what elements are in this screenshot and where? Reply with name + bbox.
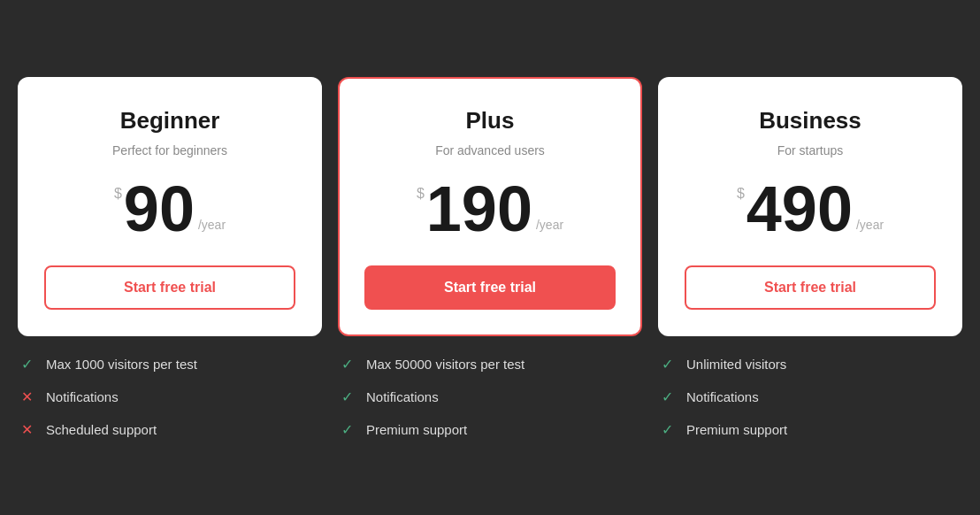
feature-item-business-1: ✓Notifications xyxy=(658,388,962,405)
trial-button-plus[interactable]: Start free trial xyxy=(364,265,616,310)
cross-icon: ✕ xyxy=(18,388,35,405)
feature-item-business-2: ✓Premium support xyxy=(658,421,962,438)
feature-text-business-2: Premium support xyxy=(686,422,787,437)
feature-text-beginner-0: Max 1000 visitors per test xyxy=(46,357,197,372)
feature-item-business-0: ✓Unlimited visitors xyxy=(658,356,962,373)
pricing-container: BeginnerPerfect for beginners$90/yearSta… xyxy=(18,77,962,438)
card-beginner: BeginnerPerfect for beginners$90/yearSta… xyxy=(18,77,322,336)
check-icon: ✓ xyxy=(338,421,356,438)
plan-name-beginner: Beginner xyxy=(120,107,220,135)
price-amount-business: 490 xyxy=(746,177,853,241)
price-amount-plus: 190 xyxy=(426,177,532,241)
check-icon: ✓ xyxy=(658,388,676,405)
price-period-plus: /year xyxy=(536,218,563,232)
check-icon: ✓ xyxy=(658,356,676,373)
plan-name-business: Business xyxy=(759,107,861,135)
price-amount-beginner: 90 xyxy=(124,177,195,241)
price-dollar-plus: $ xyxy=(417,186,425,202)
feature-text-business-0: Unlimited visitors xyxy=(686,357,786,372)
price-container-plus: $190/year xyxy=(417,177,563,241)
features-list-plus: ✓Max 50000 visitors per test✓Notificatio… xyxy=(338,336,642,438)
column-business: BusinessFor startups$490/yearStart free … xyxy=(658,77,962,438)
trial-button-business[interactable]: Start free trial xyxy=(685,265,936,310)
cross-icon: ✕ xyxy=(18,421,35,438)
column-beginner: BeginnerPerfect for beginners$90/yearSta… xyxy=(18,77,322,438)
column-plus: PlusFor advanced users$190/yearStart fre… xyxy=(338,77,642,438)
feature-text-plus-2: Premium support xyxy=(366,422,467,437)
feature-item-plus-1: ✓Notifications xyxy=(338,388,642,405)
price-period-beginner: /year xyxy=(198,218,226,232)
plan-subtitle-plus: For advanced users xyxy=(435,143,545,158)
card-business: BusinessFor startups$490/yearStart free … xyxy=(658,77,962,336)
check-icon: ✓ xyxy=(18,356,35,373)
price-dollar-beginner: $ xyxy=(114,186,122,202)
price-dollar-business: $ xyxy=(737,186,745,202)
plan-name-plus: Plus xyxy=(466,107,515,135)
feature-item-plus-0: ✓Max 50000 visitors per test xyxy=(338,356,642,373)
feature-text-beginner-2: Scheduled support xyxy=(46,422,157,437)
price-container-business: $490/year xyxy=(737,177,884,241)
check-icon: ✓ xyxy=(338,388,356,405)
price-period-business: /year xyxy=(856,218,884,232)
feature-text-beginner-1: Notifications xyxy=(46,389,119,404)
feature-text-business-1: Notifications xyxy=(686,389,759,404)
check-icon: ✓ xyxy=(658,421,676,438)
plan-subtitle-beginner: Perfect for beginners xyxy=(112,143,227,158)
features-list-business: ✓Unlimited visitors✓Notifications✓Premiu… xyxy=(658,336,962,438)
feature-item-beginner-2: ✕Scheduled support xyxy=(18,421,322,438)
feature-item-beginner-0: ✓Max 1000 visitors per test xyxy=(18,356,322,373)
feature-text-plus-1: Notifications xyxy=(366,389,439,404)
trial-button-beginner[interactable]: Start free trial xyxy=(44,265,295,310)
feature-item-plus-2: ✓Premium support xyxy=(338,421,642,438)
check-icon: ✓ xyxy=(338,356,356,373)
features-list-beginner: ✓Max 1000 visitors per test✕Notification… xyxy=(18,336,322,438)
feature-text-plus-0: Max 50000 visitors per test xyxy=(366,357,524,372)
feature-item-beginner-1: ✕Notifications xyxy=(18,388,322,405)
card-plus: PlusFor advanced users$190/yearStart fre… xyxy=(338,77,642,336)
price-container-beginner: $90/year xyxy=(114,177,226,241)
plan-subtitle-business: For startups xyxy=(777,143,844,158)
